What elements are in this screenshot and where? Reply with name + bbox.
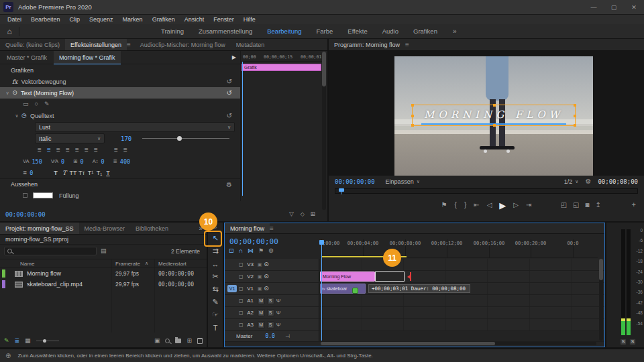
delete-button[interactable] (197, 338, 203, 344)
mute-button[interactable]: M (258, 321, 265, 328)
find-button[interactable] (165, 339, 170, 343)
keyframe-icon[interactable]: ◇ (301, 212, 305, 217)
track-lock-icon[interactable]: ◻ (239, 286, 244, 292)
program-timecode[interactable]: 00;00;00;00 (335, 178, 375, 185)
solo-button[interactable]: S (267, 309, 274, 316)
maximize-button[interactable]: ▢ (604, 0, 624, 15)
track-output-eye-icon[interactable]: ⊙ (264, 274, 269, 280)
superscript-button[interactable]: T¹ (86, 170, 95, 176)
add-marker-button[interactable]: ⚑ (441, 202, 447, 208)
go-to-out-button[interactable]: ⇥ (526, 202, 531, 208)
effect-row-vektorbewegung[interactable]: fx Vektorbewegung ↺ (0, 76, 240, 87)
track-lock-icon[interactable]: ◻ (239, 298, 244, 304)
go-to-in-button[interactable]: ⇤ (474, 202, 479, 208)
timeline-vertical-scrollbar[interactable] (599, 259, 603, 341)
voiceover-mic-icon[interactable]: Ψ (276, 322, 281, 328)
clip-skateboard[interactable]: fx skateboar (320, 284, 366, 294)
automate-to-sequence-button[interactable]: ▣ (154, 338, 160, 344)
scrollbar-thumb[interactable] (321, 342, 495, 345)
tab-audio-clip-mixer[interactable]: Audioclip-Mischer: Morning flow (135, 39, 231, 50)
tab-metadata[interactable]: Metadaten (231, 39, 270, 50)
mute-button[interactable]: M (258, 297, 265, 304)
sync-lock-icon[interactable]: ▣ (258, 262, 262, 267)
workspace-overflow-icon[interactable]: » (453, 28, 457, 35)
add-marker-icon[interactable]: ⚑ (258, 248, 264, 254)
project-row-clip[interactable]: skateboard_clip.mp4 29,97 fps 00;00;00;0… (0, 279, 207, 290)
program-scrubber[interactable] (335, 188, 638, 194)
text-top-align-icon[interactable]: ≡ (111, 146, 121, 154)
text-bottom-align-icon[interactable]: ≡ (121, 146, 130, 154)
stopwatch-icon[interactable]: ◷ (20, 113, 28, 119)
text-layer-row-selected[interactable]: ∨ ⊙ Text (Morning Flow) ↺ (0, 87, 240, 99)
mini-time-ruler[interactable]: 00;00 00;00;00;15 00;00;01;0 (241, 51, 322, 62)
fill-color-swatch[interactable] (33, 192, 53, 198)
slider-knob[interactable] (177, 136, 182, 141)
subscript-button[interactable]: T₁ (95, 170, 103, 176)
panel-menu-icon[interactable]: ≡ (127, 39, 131, 50)
track-name-v1[interactable]: V1 (246, 286, 256, 292)
track-lane-v1[interactable]: fx skateboar +00;00;03;01 Dauer: 00;00;0… (319, 283, 604, 294)
reset-source-text-icon[interactable]: ↺ (227, 112, 232, 119)
twirl-open-icon[interactable]: ∨ (4, 90, 11, 95)
solo-in-place-right-button[interactable]: S (629, 339, 636, 345)
timeline-settings-wrench-icon[interactable]: ⚙ (268, 248, 274, 254)
snap-magnet-icon[interactable]: ∩ (239, 248, 243, 254)
effect-controls-timecode[interactable]: 00;00;00;00 (5, 211, 46, 218)
appearance-wrench-icon[interactable]: ⚙ (226, 181, 232, 188)
track-lock-icon[interactable]: ◻ (239, 322, 244, 328)
monitor-settings-wrench-icon[interactable]: ⚙ (585, 178, 591, 185)
track-name-v3[interactable]: V3 (246, 261, 256, 267)
justify-last-right-icon[interactable]: ≡ (82, 146, 91, 154)
icon-view-button[interactable]: ▦ (25, 338, 31, 344)
razor-tool[interactable]: ✂ (208, 270, 223, 283)
step-forward-button[interactable]: ▷ (513, 202, 519, 208)
sync-lock-icon[interactable]: ▣ (258, 286, 262, 291)
underline-button[interactable]: T (103, 170, 112, 176)
thumbnail-zoom-slider[interactable] (36, 341, 59, 341)
master-track-label[interactable]: Master (236, 333, 252, 339)
column-medienstart[interactable]: Medienstart (158, 261, 186, 267)
tab-program-monitor[interactable]: Programm: Morning flow (329, 39, 405, 50)
track-lane-v3[interactable] (319, 259, 604, 270)
workspace-tab-farbe[interactable]: Farbe (309, 27, 340, 35)
font-size-value[interactable]: 170 (121, 135, 131, 142)
track-name-v2[interactable]: V2 (246, 274, 256, 280)
pen-tool-icon[interactable]: ✎ (44, 101, 50, 107)
linked-selection-icon[interactable]: ⋈ (248, 248, 254, 254)
mark-in-button[interactable]: { (455, 202, 457, 208)
scrollbar-thumb[interactable] (322, 52, 326, 86)
justify-last-left-icon[interactable]: ≡ (63, 146, 72, 154)
reset-text-icon[interactable]: ↺ (227, 89, 232, 97)
workspace-tab-effekte[interactable]: Effekte (340, 27, 374, 35)
timeline-timecode[interactable]: 00;00;00;00 (229, 237, 278, 246)
menu-item-datei[interactable]: Datei (3, 16, 26, 23)
play-button[interactable]: ▶ (499, 201, 506, 210)
sync-lock-icon[interactable]: ▣ (258, 274, 262, 279)
zoom-dropdown[interactable]: 1/2 ∨ (564, 178, 579, 185)
mark-out-button[interactable]: } (464, 202, 466, 208)
layer-visibility-eye-icon[interactable]: ⊙ (11, 90, 19, 96)
minimize-button[interactable]: — (584, 0, 604, 15)
tsume-value[interactable]: 0 (80, 158, 84, 165)
search-bin-icon[interactable]: ▤ (101, 248, 107, 254)
item-name[interactable]: Morning flow (27, 270, 61, 277)
slider-knob[interactable] (43, 339, 46, 343)
mini-clip-grafik[interactable]: Grafik (241, 64, 321, 71)
timeline-playhead-line[interactable] (321, 243, 322, 341)
pen-tool[interactable]: ✎ (208, 296, 223, 308)
workspace-tab-zusammenstellung[interactable]: Zusammenstellung (191, 27, 260, 35)
justify-last-center-icon[interactable]: ≡ (72, 146, 82, 154)
tab-effect-controls[interactable]: Effekteinstellungen (65, 39, 127, 50)
track-lock-icon[interactable]: ◻ (239, 310, 244, 316)
lift-button[interactable]: ◰ (561, 202, 567, 208)
menu-item-marken[interactable]: Marken (118, 16, 148, 23)
track-lane-a3[interactable] (319, 319, 604, 330)
tracking-value[interactable]: 150 (32, 158, 42, 165)
fill-checkbox[interactable] (23, 193, 28, 198)
font-style-dropdown[interactable]: Italic ∨ (35, 133, 105, 143)
menu-item-ansicht[interactable]: Ansicht (180, 16, 209, 23)
workspace-tab-training[interactable]: Training (154, 27, 191, 35)
list-view-button[interactable]: ≣ (15, 338, 20, 344)
menu-item-sequenz[interactable]: Sequenz (85, 16, 118, 23)
menu-item-fenster[interactable]: Fenster (209, 16, 239, 23)
